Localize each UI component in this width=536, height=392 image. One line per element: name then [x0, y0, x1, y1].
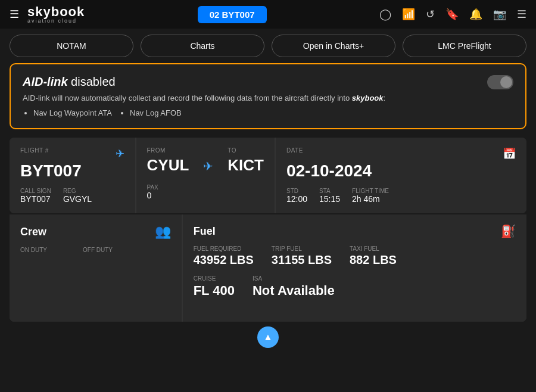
fuel-icon: ⛽: [501, 224, 516, 238]
cards-row-2: Crew 👥 ON DUTY OFF DUTY Fuel ⛽ FUEL REQU…: [10, 214, 526, 322]
sta-value: 15:15: [319, 194, 340, 204]
std-item: STD 12:00: [286, 188, 307, 204]
date-header: DATE 📅: [286, 147, 516, 160]
logo: skybook aviation cloud: [27, 5, 85, 24]
from-value: CYUL: [147, 156, 189, 175]
sliders-icon[interactable]: ☰: [517, 8, 526, 21]
tab-charts[interactable]: Charts: [141, 35, 264, 57]
reg-label: REG: [63, 188, 92, 194]
aid-bullets: Nav Log Waypoint ATA Nav Log AFOB: [23, 108, 513, 117]
bookmark-icon[interactable]: 🔖: [445, 8, 459, 21]
std-label: STD: [286, 188, 307, 194]
aid-description: AID-link will now automatically collect …: [23, 94, 513, 102]
call-sign-label: CALL SIGN: [20, 188, 51, 194]
route-header: FROM CYUL ✈ TO KICT: [147, 147, 264, 182]
taxi-fuel-label: TAXI FUEL: [350, 245, 397, 252]
pax-item: PAX 0: [147, 184, 158, 200]
aid-title-em: AID-link: [23, 75, 68, 88]
off-duty-label: OFF DUTY: [83, 247, 113, 253]
aid-bullet-1: Nav Log Waypoint ATA: [33, 108, 112, 117]
tab-notam[interactable]: NOTAM: [10, 35, 133, 57]
aid-toggle-wrap[interactable]: [487, 75, 513, 89]
to-col: TO KICT: [228, 147, 264, 182]
flight-number-card: FLIGHT # ✈ BYT007 CALL SIGN BYT007 REG G…: [10, 138, 135, 213]
fuel-required-item: FUEL REQUIRED 43952 LBS: [194, 245, 254, 267]
date-value: 02-10-2024: [286, 161, 516, 181]
date-sub-row: STD 12:00 STA 15:15 FLIGHT TIME 2h 46m: [286, 188, 516, 204]
sta-item: STA 15:15: [319, 188, 340, 204]
to-label: TO: [228, 147, 264, 154]
fuel-header: Fuel ⛽: [194, 224, 516, 238]
crew-title: Crew: [20, 226, 46, 238]
isa-value: Not Available: [253, 283, 335, 298]
off-duty-col: OFF DUTY: [83, 247, 113, 253]
aid-title: AID-link disabled: [23, 75, 513, 89]
tab-lmc-preflight[interactable]: LMC PreFlight: [403, 35, 526, 57]
flight-time-label: FLIGHT TIME: [352, 188, 389, 194]
scroll-up-button[interactable]: ▲: [257, 326, 279, 348]
trip-fuel-value: 31155 LBS: [272, 253, 332, 267]
sta-label: STA: [319, 188, 340, 194]
header-left: ☰ skybook aviation cloud: [10, 5, 85, 24]
toggle-knob: [500, 76, 512, 88]
from-label: FROM: [147, 147, 189, 154]
pax-value: 0: [147, 191, 158, 200]
bottom-bar: ▲: [0, 322, 536, 350]
route-card: FROM CYUL ✈ TO KICT PAX 0: [136, 138, 275, 213]
reg-item: REG GVGYL: [63, 188, 92, 204]
logo-sub: aviation cloud: [27, 18, 85, 24]
taxi-fuel-item: TAXI FUEL 882 LBS: [350, 245, 397, 267]
fuel-row-1: FUEL REQUIRED 43952 LBS TRIP FUEL 31155 …: [194, 245, 516, 267]
trip-fuel-label: TRIP FUEL: [272, 245, 332, 252]
flight-time-item: FLIGHT TIME 2h 46m: [352, 188, 389, 204]
wifi-icon[interactable]: 📶: [402, 8, 415, 21]
flight-time-value: 2h 46m: [352, 194, 389, 204]
header: ☰ skybook aviation cloud 02 BYT007 ◯ 📶 ↺…: [0, 0, 536, 29]
aid-toggle[interactable]: [487, 75, 513, 89]
fuel-card: Fuel ⛽ FUEL REQUIRED 43952 LBS TRIP FUEL…: [183, 214, 526, 322]
call-sign-value: BYT007: [20, 194, 51, 204]
crew-columns: ON DUTY OFF DUTY: [20, 247, 171, 253]
bell-icon[interactable]: 🔔: [469, 8, 482, 21]
crew-icon: 👥: [155, 224, 171, 239]
pax-row: PAX 0: [147, 184, 264, 200]
hamburger-icon[interactable]: ☰: [10, 8, 19, 21]
fuel-required-value: 43952 LBS: [194, 253, 254, 267]
pax-label: PAX: [147, 184, 158, 191]
calendar-icon[interactable]: 📅: [503, 147, 516, 160]
camera-icon[interactable]: 📷: [493, 8, 506, 21]
reg-value: GVGYL: [63, 194, 92, 204]
taxi-fuel-value: 882 LBS: [350, 253, 397, 267]
person-circle-icon[interactable]: ◯: [379, 8, 391, 21]
aid-title-rest: disabled: [68, 75, 116, 88]
tab-open-charts-plus[interactable]: Open in Charts+: [272, 35, 395, 57]
cards-row-1: FLIGHT # ✈ BYT007 CALL SIGN BYT007 REG G…: [10, 138, 526, 213]
flight-sub-row: CALL SIGN BYT007 REG GVGYL: [20, 188, 124, 204]
logo-main: skybook: [27, 5, 85, 18]
airplane-icon: ✈: [116, 147, 124, 160]
route-arrow-icon: ✈: [203, 159, 213, 173]
aid-bullet-2: Nav Log AFOB: [130, 108, 182, 117]
refresh-icon[interactable]: ↺: [426, 8, 435, 21]
flight-badge[interactable]: 02 BYT007: [198, 6, 267, 23]
isa-label: ISA: [253, 275, 335, 282]
to-value: KICT: [228, 156, 264, 175]
crew-card: Crew 👥 ON DUTY OFF DUTY: [10, 214, 182, 322]
from-col: FROM CYUL: [147, 147, 189, 182]
flight-number-label: FLIGHT #: [20, 147, 49, 154]
date-label: DATE: [286, 147, 303, 154]
fuel-title: Fuel: [194, 225, 216, 238]
fuel-required-label: FUEL REQUIRED: [194, 245, 254, 252]
nav-tabs: NOTAM Charts Open in Charts+ LMC PreFlig…: [0, 29, 536, 63]
cruise-value: FL 400: [194, 283, 235, 298]
call-sign-item: CALL SIGN BYT007: [20, 188, 51, 204]
flight-number-header: FLIGHT # ✈: [20, 147, 124, 160]
isa-item: ISA Not Available: [253, 275, 335, 298]
flight-number-value: BYT007: [20, 161, 124, 181]
cruise-item: CRUISE FL 400: [194, 275, 235, 298]
aid-banner: AID-link disabled AID-link will now auto…: [10, 63, 526, 129]
on-duty-label: ON DUTY: [20, 247, 47, 253]
cruise-label: CRUISE: [194, 275, 235, 282]
std-value: 12:00: [286, 194, 307, 204]
fuel-row-2: CRUISE FL 400 ISA Not Available: [194, 275, 516, 298]
